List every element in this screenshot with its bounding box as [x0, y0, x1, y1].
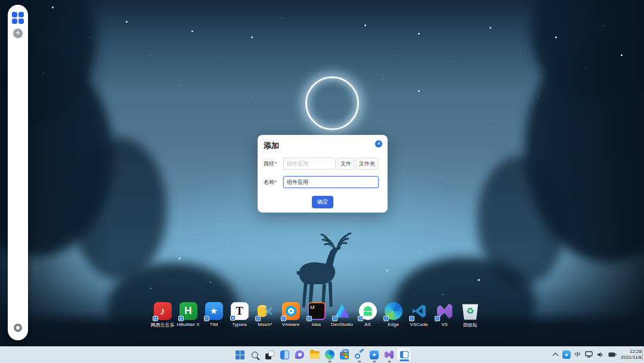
desktop: + 添加 ✕ 路径* 文件 文件夹 名称* 确定 ♪ ↗ 网易云音乐 H: [0, 0, 644, 363]
typora-icon: T ↗: [231, 302, 249, 320]
icon-label: Vmware: [282, 322, 299, 327]
desktop-icon-edge[interactable]: ↗ Edge: [380, 302, 406, 328]
taskbar-file-explorer[interactable]: [307, 346, 322, 363]
required-star: *: [275, 161, 277, 167]
search-icon: [252, 352, 258, 358]
desktop-icon-android-studio[interactable]: ↗ AS: [355, 302, 380, 328]
shortcut-arrow-icon: ↗: [332, 316, 338, 321]
desktop-icon-mssm[interactable]: ↗ Mssm*: [252, 302, 278, 328]
launcher-sidebar: +: [8, 5, 28, 340]
running-indicator: [358, 361, 361, 362]
desktop-icon-typora[interactable]: T ↗ Typora: [227, 302, 252, 328]
deer-silhouette: [285, 230, 358, 309]
visual-studio-icon: ↗: [436, 302, 454, 320]
volume-icon[interactable]: [597, 351, 604, 358]
taskbar-edge[interactable]: [322, 346, 337, 363]
desktop-icon-tim[interactable]: ★ ↗ TIM: [201, 302, 227, 328]
required-star: *: [275, 179, 277, 185]
taskbar-chat[interactable]: [292, 346, 307, 363]
vscode-icon: ↗: [410, 302, 428, 320]
icon-label: HBuilder X: [177, 322, 199, 327]
shortcut-arrow-icon: ↗: [306, 316, 312, 321]
file-button[interactable]: 文件: [338, 158, 354, 170]
netease-music-icon: ♪ ↗: [154, 302, 172, 320]
shortcut-arrow-icon: ↗: [281, 316, 286, 321]
desktop-icon-vmware[interactable]: ↗ Vmware: [278, 302, 304, 328]
path-input[interactable]: [283, 158, 336, 170]
taskbar-task-view[interactable]: [262, 346, 277, 363]
shortcut-arrow-icon: ↗: [435, 316, 440, 321]
add-dialog: 添加 ✕ 路径* 文件 文件夹 名称* 确定: [258, 135, 388, 213]
taskbar-store[interactable]: [337, 346, 352, 363]
start-button[interactable]: [233, 346, 247, 363]
taskbar-visual-studio[interactable]: [382, 346, 397, 363]
taskbar-search[interactable]: [247, 346, 262, 363]
running-indicator: [388, 361, 391, 362]
icon-label: TIM: [210, 322, 218, 327]
close-icon[interactable]: ✕: [375, 140, 382, 147]
desktop-icon-vscode[interactable]: ↗ VSCode: [406, 302, 432, 328]
icon-label: Edge: [388, 322, 399, 327]
mssm-icon: ↗: [256, 302, 274, 320]
app-grid-icon[interactable]: [12, 12, 24, 24]
path-label: 路径*: [264, 160, 283, 168]
windows-start-icon: [236, 350, 244, 359]
desktop-icon-visual-studio[interactable]: ↗ VS: [432, 302, 457, 328]
name-label: 名称*: [264, 179, 283, 186]
desktop-icon-devstudio[interactable]: ↗ DevStudio: [329, 302, 355, 328]
icon-label: Typora: [232, 322, 246, 327]
clock[interactable]: 12:28 2021/11/8: [621, 349, 642, 361]
store-icon: [340, 352, 349, 359]
shortcut-arrow-icon: ↗: [409, 316, 414, 321]
icon-label: Mssm*: [258, 322, 272, 327]
desktop-icon-hbuilderx[interactable]: H ↗ HBuilder X: [175, 302, 201, 328]
active-indicator: [400, 359, 409, 361]
network-icon[interactable]: [585, 351, 593, 358]
android-studio-icon: ↗: [359, 302, 377, 320]
desktop-icon-idea[interactable]: IJ ↗ idea: [304, 302, 329, 328]
tim-tray-icon[interactable]: ★: [562, 350, 571, 359]
icon-label: 网易云音乐: [151, 322, 175, 328]
battery-icon[interactable]: [608, 352, 617, 358]
confirm-button[interactable]: 确定: [312, 196, 333, 208]
taskbar-active-app[interactable]: [397, 348, 411, 361]
visual-studio-icon: [385, 350, 394, 359]
devstudio-icon: ↗: [333, 302, 351, 320]
desktop-icon-netease-music[interactable]: ♪ ↗ 网易云音乐: [150, 302, 175, 328]
taskbar-widgets[interactable]: [277, 346, 292, 363]
name-input[interactable]: [283, 176, 379, 188]
shortcut-arrow-icon: ↗: [358, 316, 363, 321]
tim-icon: ★ ↗: [205, 302, 223, 320]
shortcut-arrow-icon: ↗: [230, 315, 236, 321]
shortcut-arrow-icon: ↗: [383, 316, 389, 321]
folder-button[interactable]: 文件夹: [356, 158, 378, 170]
desktop-icon-row: ♪ ↗ 网易云音乐 H ↗ HBuilder X ★ ↗ TIM T ↗ Typ…: [150, 302, 483, 328]
dialog-title: 添加: [264, 140, 382, 151]
icon-label: DevStudio: [331, 322, 353, 327]
file-explorer-icon: [310, 351, 320, 359]
task-view-icon: [265, 350, 274, 359]
plus-icon[interactable]: +: [13, 29, 23, 38]
widgets-icon: [280, 350, 289, 359]
shortcut-arrow-icon: ↗: [153, 316, 158, 321]
vmware-icon: ↗: [282, 302, 300, 320]
icon-label: AS: [364, 322, 371, 327]
shortcut-arrow-icon: ↗: [204, 316, 209, 321]
taskbar-center: ★: [233, 346, 411, 363]
running-indicator: [328, 361, 331, 362]
tray-date: 2021/11/8: [621, 355, 642, 361]
icon-label: idea: [312, 322, 321, 327]
running-indicator: [373, 361, 376, 362]
icon-label: VS: [441, 322, 448, 327]
icon-label: 回收站: [463, 322, 478, 328]
tray-time: 12:28: [621, 349, 642, 355]
edge-icon: ↗: [385, 302, 402, 320]
hidden-icons-chevron-icon[interactable]: [553, 353, 558, 358]
ring-icon[interactable]: [14, 324, 22, 332]
taskbar-tim[interactable]: ★: [367, 346, 382, 363]
desktop-icon-recycle-bin[interactable]: ♻ 回收站: [457, 302, 483, 328]
ime-indicator[interactable]: 中: [575, 350, 581, 359]
idea-icon: IJ ↗: [308, 302, 326, 320]
taskbar-steam[interactable]: [352, 346, 367, 363]
tim-icon: ★: [370, 350, 379, 359]
